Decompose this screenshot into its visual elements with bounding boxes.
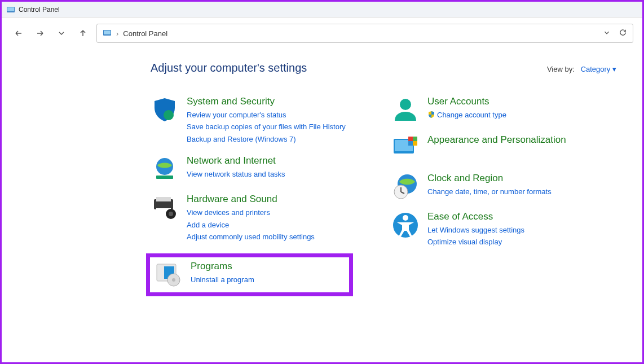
svg-rect-6 bbox=[156, 176, 173, 179]
category-title[interactable]: Hardware and Sound bbox=[187, 194, 376, 205]
address-dropdown-icon[interactable] bbox=[603, 29, 611, 38]
category-appearance-personalization: Appearance and Personalization bbox=[391, 134, 616, 163]
page-title: Adjust your computer's settings bbox=[151, 62, 307, 74]
category-clock-region: Clock and Region Change date, time, or n… bbox=[391, 173, 616, 201]
category-link[interactable]: Adjust commonly used mobility settings bbox=[187, 231, 376, 243]
category-title[interactable]: Clock and Region bbox=[427, 173, 616, 184]
category-title[interactable]: Ease of Access bbox=[427, 211, 616, 222]
category-link[interactable]: Change date, time, or number formats bbox=[427, 186, 616, 198]
shield-icon bbox=[151, 96, 179, 124]
navbar: › Control Panel bbox=[2, 17, 642, 49]
titlebar: Control Panel bbox=[2, 2, 642, 17]
svg-rect-8 bbox=[156, 197, 171, 201]
category-link[interactable]: Change account type bbox=[427, 109, 616, 121]
view-by-label: View by: bbox=[547, 65, 575, 73]
svg-point-11 bbox=[169, 212, 173, 216]
forward-button[interactable] bbox=[32, 25, 48, 41]
category-title[interactable]: User Accounts bbox=[427, 96, 616, 107]
category-hardware-sound: Hardware and Sound View devices and prin… bbox=[151, 194, 376, 243]
svg-rect-20 bbox=[413, 137, 417, 141]
category-title[interactable]: Appearance and Personalization bbox=[427, 134, 616, 146]
svg-rect-1 bbox=[7, 7, 14, 11]
category-programs: Programs Uninstall a program bbox=[146, 253, 353, 296]
svg-point-15 bbox=[172, 278, 175, 282]
category-user-accounts: User Accounts Change account type bbox=[391, 96, 616, 124]
left-column: System and Security Review your computer… bbox=[151, 96, 376, 296]
category-title[interactable]: System and Security bbox=[187, 96, 376, 107]
category-network-internet: Network and Internet View network status… bbox=[151, 155, 376, 183]
address-bar[interactable]: › Control Panel bbox=[96, 24, 633, 43]
category-link[interactable]: Uninstall a program bbox=[191, 274, 345, 286]
category-title[interactable]: Network and Internet bbox=[187, 155, 376, 166]
category-link[interactable]: Let Windows suggest settings bbox=[427, 224, 616, 236]
programs-icon bbox=[155, 261, 183, 289]
category-link[interactable]: View devices and printers bbox=[187, 207, 376, 218]
uac-shield-icon bbox=[427, 110, 435, 118]
svg-rect-19 bbox=[408, 137, 413, 141]
breadcrumb[interactable]: Control Panel bbox=[123, 29, 167, 38]
printer-icon bbox=[151, 194, 179, 222]
category-link[interactable]: Add a device bbox=[187, 219, 376, 231]
category-title[interactable]: Programs bbox=[191, 261, 345, 272]
svg-point-4 bbox=[164, 110, 174, 120]
view-by: View by: Category ▾ bbox=[547, 65, 616, 73]
personalization-icon bbox=[391, 134, 420, 163]
content-area: Adjust your computer's settings View by:… bbox=[2, 49, 642, 302]
svg-rect-22 bbox=[413, 141, 417, 146]
svg-rect-21 bbox=[408, 141, 413, 146]
back-button[interactable] bbox=[11, 25, 27, 41]
category-system-security: System and Security Review your computer… bbox=[151, 96, 376, 145]
ease-icon bbox=[391, 211, 420, 239]
category-link[interactable]: View network status and tasks bbox=[187, 168, 376, 180]
category-link[interactable]: Backup and Restore (Windows 7) bbox=[187, 133, 376, 145]
svg-point-16 bbox=[400, 99, 411, 110]
user-icon bbox=[391, 96, 420, 124]
view-by-value[interactable]: Category ▾ bbox=[581, 65, 616, 73]
svg-point-26 bbox=[403, 215, 408, 221]
globe-icon bbox=[151, 155, 179, 183]
category-ease-of-access: Ease of Access Let Windows suggest setti… bbox=[391, 211, 616, 248]
recent-dropdown[interactable] bbox=[54, 25, 69, 41]
right-column: User Accounts Change account type Appear… bbox=[391, 96, 616, 296]
up-button[interactable] bbox=[75, 25, 91, 41]
clock-icon bbox=[391, 173, 420, 201]
category-link[interactable]: Optimize visual display bbox=[427, 236, 616, 248]
window-title: Control Panel bbox=[19, 6, 60, 14]
refresh-icon[interactable] bbox=[619, 28, 627, 38]
breadcrumb-separator: › bbox=[116, 29, 118, 38]
address-icon bbox=[103, 28, 112, 39]
app-icon bbox=[6, 5, 15, 14]
svg-rect-3 bbox=[104, 30, 111, 34]
category-link[interactable]: Save backup copies of your files with Fi… bbox=[187, 121, 376, 133]
category-link[interactable]: Review your computer's status bbox=[187, 109, 376, 121]
